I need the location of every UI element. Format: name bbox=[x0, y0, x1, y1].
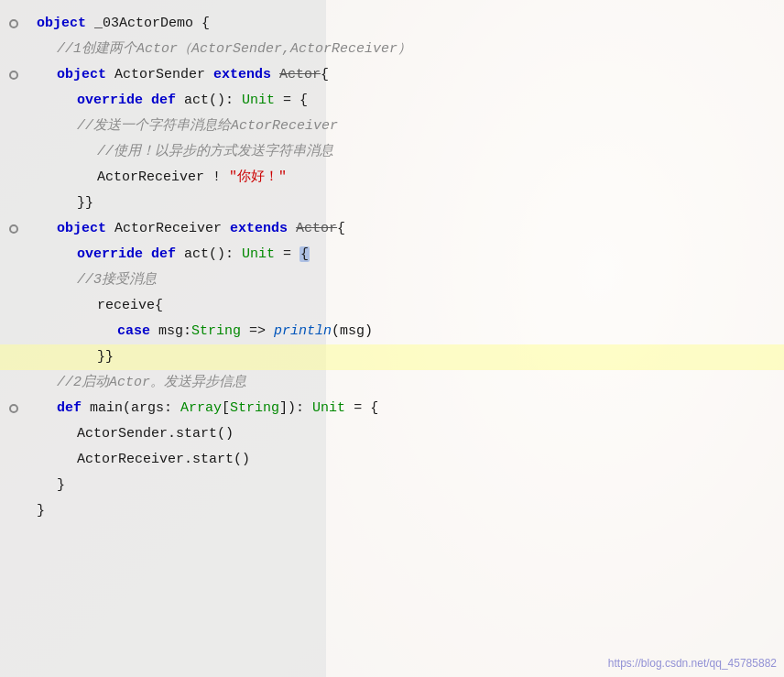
line-text: receive{ bbox=[27, 294, 784, 318]
code-token: extends bbox=[213, 67, 271, 82]
code-token: Unit bbox=[312, 400, 345, 416]
line-gutter bbox=[0, 404, 27, 413]
code-token bbox=[288, 221, 296, 236]
code-token: String bbox=[230, 400, 279, 416]
code-token: def bbox=[151, 93, 176, 108]
code-token: act(): bbox=[176, 93, 242, 108]
code-line: //1创建两个Actor（ActorSender,ActorReceiver） bbox=[0, 37, 784, 62]
code-token: //3接受消息 bbox=[77, 272, 157, 288]
gutter-dot-icon bbox=[9, 19, 18, 28]
code-token: Actor bbox=[279, 67, 321, 82]
line-text: }} bbox=[27, 345, 784, 369]
line-text: object _03ActorDemo { bbox=[27, 12, 784, 36]
code-token: def bbox=[57, 400, 82, 416]
code-token bbox=[143, 93, 151, 108]
code-line: object ActorSender extends Actor{ bbox=[0, 62, 784, 88]
code-token: ]): bbox=[279, 400, 312, 416]
code-token: } bbox=[57, 477, 65, 493]
code-token: [ bbox=[222, 400, 230, 416]
code-line: //使用！以异步的方式发送字符串消息 bbox=[0, 139, 784, 165]
line-gutter bbox=[0, 224, 27, 234]
code-token: String bbox=[191, 323, 241, 339]
code-token: main(args: bbox=[82, 400, 180, 416]
code-token: object bbox=[37, 16, 86, 31]
code-token: ActorReceiver.start() bbox=[77, 452, 250, 467]
code-line: object ActorReceiver extends Actor{ bbox=[0, 216, 784, 242]
code-token: } bbox=[37, 503, 45, 519]
line-text: def main(args: Array[String]): Unit = { bbox=[27, 397, 784, 420]
code-line: def main(args: Array[String]): Unit = { bbox=[0, 396, 784, 421]
line-text: object ActorSender extends Actor{ bbox=[27, 63, 784, 87]
gutter-dot-icon bbox=[9, 71, 18, 80]
code-line: object _03ActorDemo { bbox=[0, 11, 784, 37]
code-token bbox=[271, 67, 279, 82]
code-line: ActorReceiver ! "你好！" bbox=[0, 165, 784, 191]
code-token: ActorReceiver ! bbox=[97, 169, 229, 185]
code-token: { bbox=[321, 67, 329, 82]
code-token: ActorSender.start() bbox=[77, 426, 234, 442]
line-gutter bbox=[0, 71, 27, 80]
code-token: ActorSender bbox=[106, 67, 213, 82]
code-line: ActorSender.start() bbox=[0, 421, 784, 447]
line-text: } bbox=[27, 499, 784, 523]
code-token: = { bbox=[275, 93, 308, 108]
line-text: //发送一个字符串消息给ActorReceiver bbox=[27, 115, 784, 138]
code-token: Unit bbox=[242, 93, 275, 108]
code-token: => bbox=[241, 323, 274, 339]
code-token: def bbox=[151, 246, 176, 262]
code-editor: object _03ActorDemo {//1创建两个Actor（ActorS… bbox=[0, 0, 784, 677]
line-text: override def act(): Unit = { bbox=[27, 243, 784, 267]
code-token: = bbox=[275, 246, 299, 262]
code-token: msg: bbox=[150, 323, 191, 339]
line-text: //3接受消息 bbox=[27, 268, 784, 292]
line-text: ActorSender.start() bbox=[27, 422, 784, 446]
code-token: override bbox=[77, 93, 143, 108]
code-content: object _03ActorDemo {//1创建两个Actor（ActorS… bbox=[0, 0, 784, 535]
code-token: }} bbox=[77, 195, 93, 211]
code-line: receive{ bbox=[0, 293, 784, 319]
code-token: case bbox=[117, 323, 150, 339]
code-token: Unit bbox=[242, 246, 275, 262]
code-line: } bbox=[0, 473, 784, 498]
code-token: "你好！" bbox=[229, 169, 287, 185]
code-line: }} bbox=[0, 344, 784, 370]
line-text: //2启动Actor。发送异步信息 bbox=[27, 371, 784, 395]
code-token: act(): bbox=[176, 246, 242, 262]
line-text: } bbox=[27, 474, 784, 497]
code-line: //2启动Actor。发送异步信息 bbox=[0, 370, 784, 396]
code-token: override bbox=[77, 246, 143, 262]
code-token: { bbox=[337, 221, 345, 236]
line-text: ActorReceiver ! "你好！" bbox=[27, 166, 784, 190]
line-text: object ActorReceiver extends Actor{ bbox=[27, 217, 784, 241]
code-token: //2启动Actor。发送异步信息 bbox=[57, 375, 246, 390]
code-line: override def act(): Unit = { bbox=[0, 242, 784, 268]
gutter-dot-icon bbox=[9, 404, 18, 413]
line-text: //使用！以异步的方式发送字符串消息 bbox=[27, 140, 784, 164]
line-text: //1创建两个Actor（ActorSender,ActorReceiver） bbox=[27, 38, 784, 61]
code-token: println bbox=[274, 323, 332, 339]
code-line: ActorReceiver.start() bbox=[0, 447, 784, 473]
code-token: //发送一个字符串消息给ActorReceiver bbox=[77, 118, 338, 134]
code-line: //发送一个字符串消息给ActorReceiver bbox=[0, 114, 784, 139]
watermark: https://blog.csdn.net/qq_45785882 bbox=[608, 657, 777, 670]
gutter-dot-icon bbox=[9, 224, 18, 234]
code-line: //3接受消息 bbox=[0, 268, 784, 293]
code-token: { bbox=[299, 246, 310, 262]
code-line: case msg:String => println(msg) bbox=[0, 319, 784, 344]
code-token: object bbox=[57, 67, 106, 82]
line-text: ActorReceiver.start() bbox=[27, 448, 784, 472]
code-token: Array bbox=[180, 400, 222, 416]
code-token: ActorReceiver bbox=[106, 221, 230, 236]
code-token bbox=[143, 246, 151, 262]
code-token: }} bbox=[97, 349, 114, 365]
code-line: override def act(): Unit = { bbox=[0, 88, 784, 114]
code-token: Actor bbox=[296, 221, 337, 236]
code-token: = { bbox=[345, 400, 378, 416]
code-token: _03ActorDemo { bbox=[86, 16, 210, 31]
code-token: extends bbox=[230, 221, 288, 236]
code-token: //使用！以异步的方式发送字符串消息 bbox=[97, 144, 333, 159]
code-token: (msg) bbox=[332, 323, 373, 339]
code-line: }} bbox=[0, 191, 784, 216]
code-token: object bbox=[57, 221, 106, 236]
line-text: }} bbox=[27, 191, 784, 215]
